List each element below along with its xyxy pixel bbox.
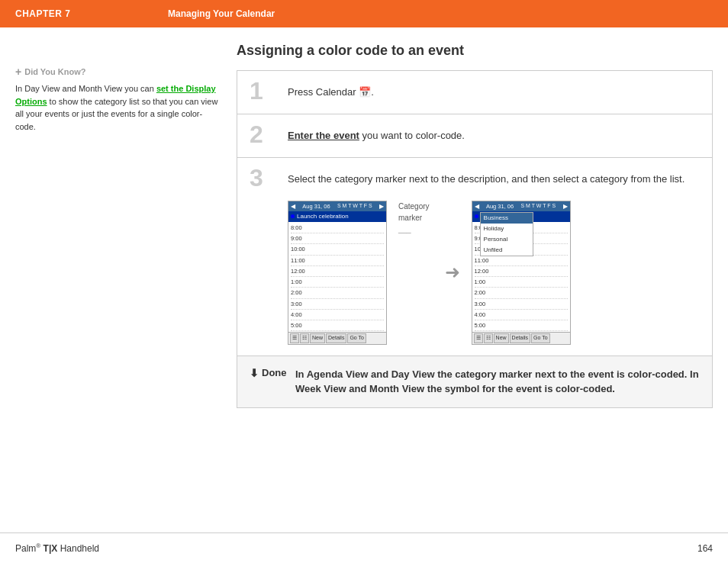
step-2-content: Enter the event you want to color-code. [288, 125, 700, 143]
step-3: 3 Select the category marker next to the… [237, 158, 712, 356]
dropdown-item-personal[interactable]: Personal [481, 234, 533, 245]
dropdown-item-holiday[interactable]: Holiday [481, 224, 533, 234]
done-arrow-icon: ⬇ [250, 367, 259, 379]
plus-icon: + [15, 66, 21, 78]
cal1-icon1: ☰ [290, 333, 299, 343]
step-3-content: Select the category marker next to the d… [288, 169, 700, 345]
cal1-dot [291, 214, 295, 218]
cal1-new-btn[interactable]: New [310, 333, 325, 343]
calendar-after: ◀ Aug 31, 06 S M T W T F S ▶ tion [472, 201, 571, 345]
page-header: CHAPTER 7 Managing Your Calendar [0, 0, 728, 27]
cal2-new-btn[interactable]: New [494, 333, 509, 343]
steps-container: 1 Press Calendar 📅. 2 Enter the event yo… [237, 70, 713, 408]
cal2-dot [475, 214, 478, 218]
cal2-details-btn[interactable]: Details [510, 333, 530, 343]
enter-event-link: Enter the event [288, 130, 359, 141]
main-content: Assigning a color code to an event 1 Pre… [237, 43, 713, 532]
cal1-icon2: ☷ [300, 333, 309, 343]
calendar-icon: 📅 [359, 86, 371, 98]
cal2-goto-btn[interactable]: Go To [531, 333, 550, 343]
content-area: + Did You Know? In Day View and Month Vi… [0, 27, 728, 532]
step-3-number: 3 [250, 166, 288, 190]
cal2-icon1: ☰ [474, 333, 483, 343]
did-you-know-text: In Day View and Month View you can set t… [15, 82, 221, 133]
step-1-content: Press Calendar 📅. [288, 82, 700, 100]
cal2-header: ◀ Aug 31, 06 S M T W T F S ▶ [472, 201, 570, 211]
calendars-row: ◀ Aug 31, 06 S M T W T F S ▶ Launch cele… [288, 201, 700, 345]
calendar-before: ◀ Aug 31, 06 S M T W T F S ▶ Launch cele… [288, 201, 387, 345]
cal1-header: ◀ Aug 31, 06 S M T W T F S ▶ [288, 201, 386, 211]
page-footer: Palm® T|X Handheld 164 [0, 532, 728, 563]
page-title: Assigning a color code to an event [237, 43, 713, 59]
dropdown-item-business[interactable]: Business [481, 213, 533, 224]
chapter-label: CHAPTER 7 [15, 8, 168, 19]
page-number: 164 [697, 543, 713, 554]
cal2-nav-right[interactable]: ▶ [563, 202, 568, 211]
did-you-know-box: + Did You Know? In Day View and Month Vi… [15, 66, 221, 133]
step-2-number: 2 [250, 122, 288, 146]
cal1-nav-right[interactable]: ▶ [379, 202, 384, 211]
cal1-nav-left[interactable]: ◀ [291, 202, 295, 211]
dropdown-item-unfiled[interactable]: Unfiled [481, 245, 533, 256]
cal2-icon2: ☷ [484, 333, 493, 343]
cal1-body: 8:00 9:00 10:00 11:00 12:00 1:00 2:00 3:… [288, 222, 386, 333]
arrow-right-icon: ➜ [441, 259, 464, 286]
step-1: 1 Press Calendar 📅. [237, 71, 712, 114]
done-content: In Agenda View and Day View the category… [295, 367, 700, 397]
brand-label: Palm® T|X Handheld [15, 542, 99, 554]
step-3-desc: Select the category marker next to the d… [288, 172, 700, 187]
cal2-nav-left[interactable]: ◀ [475, 202, 479, 211]
category-dropdown[interactable]: Business Holiday Personal Unfiled [480, 212, 533, 256]
sidebar: + Did You Know? In Day View and Month Vi… [15, 43, 237, 532]
cal2-footer: ☰ ☷ New Details Go To [472, 332, 570, 344]
cal1-event-row: Launch celebration [288, 211, 386, 222]
step-1-number: 1 [250, 79, 288, 103]
category-marker-label: Category marker ___ [395, 201, 433, 235]
did-you-know-title: + Did You Know? [15, 66, 221, 78]
done-label: ⬇ Done [250, 367, 295, 379]
cal1-details-btn[interactable]: Details [326, 333, 346, 343]
cal1-footer: ☰ ☷ New Details Go To [288, 332, 386, 344]
cal1-goto-btn[interactable]: Go To [347, 333, 366, 343]
done-step: ⬇ Done In Agenda View and Day View the c… [237, 356, 712, 407]
chapter-title: Managing Your Calendar [168, 8, 275, 19]
step-2: 2 Enter the event you want to color-code… [237, 114, 712, 158]
